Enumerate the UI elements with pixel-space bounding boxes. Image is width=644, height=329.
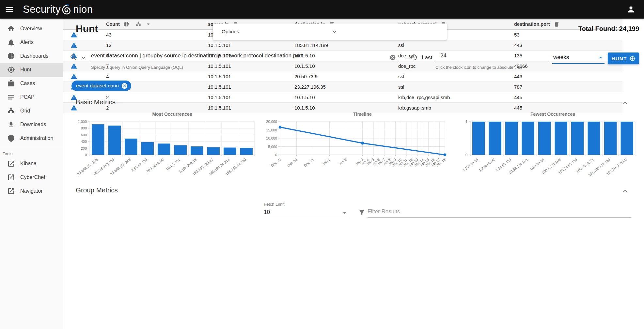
cell-count[interactable]: 2 bbox=[105, 92, 207, 103]
bar[interactable] bbox=[604, 122, 617, 155]
sidebar-item-hunt[interactable]: Hunt bbox=[0, 63, 63, 77]
cell-network-protocol[interactable]: krb,dce_rpc,gssapi,smb bbox=[398, 92, 513, 103]
sidebar-item-cyberchef[interactable]: CyberChef bbox=[0, 171, 63, 184]
cell-destination-port[interactable]: 445 bbox=[513, 92, 622, 103]
logo-text: Security bbox=[23, 4, 61, 15]
bar[interactable] bbox=[588, 122, 600, 155]
bar[interactable] bbox=[141, 142, 154, 155]
sidebar-item-label: Alerts bbox=[20, 39, 34, 45]
menu-icon[interactable] bbox=[5, 4, 14, 15]
cell-network-protocol[interactable]: ssl bbox=[398, 71, 513, 82]
fetch-limit-select[interactable]: 10 bbox=[264, 209, 347, 216]
cell-source-ip[interactable]: 10.1.5.101 bbox=[207, 40, 294, 51]
sidebar-item-pcap[interactable]: PCAP bbox=[0, 90, 63, 104]
row-warning-icon[interactable] bbox=[71, 63, 77, 69]
filter-results-input[interactable] bbox=[368, 207, 631, 218]
cell-network-protocol[interactable]: ssl bbox=[398, 40, 513, 51]
remove-column-trash-icon[interactable] bbox=[554, 21, 560, 27]
cell-network-protocol[interactable]: ssl bbox=[398, 82, 513, 92]
svg-text:0: 0 bbox=[275, 153, 277, 157]
data-point[interactable] bbox=[279, 126, 282, 128]
time-unit-select[interactable]: weeks bbox=[552, 52, 605, 64]
cell-destination-port[interactable]: 787 bbox=[513, 82, 622, 92]
group-by-dropdown-icon[interactable] bbox=[145, 21, 151, 27]
cell-destination-ip[interactable]: 20.50.73.9 bbox=[294, 71, 398, 82]
cell-count[interactable]: 43 bbox=[105, 30, 207, 40]
filter-funnel-icon bbox=[358, 209, 365, 216]
bar[interactable] bbox=[191, 146, 203, 155]
bar[interactable] bbox=[555, 122, 567, 155]
sidebar-item-kibana[interactable]: Kibana bbox=[0, 157, 63, 171]
search-icon bbox=[70, 53, 77, 61]
bar[interactable] bbox=[571, 122, 584, 155]
cell-destination-ip[interactable]: 23.227.196.35 bbox=[294, 82, 398, 92]
sidebar-item-administration[interactable]: Administration bbox=[0, 131, 63, 145]
cell-destination-port[interactable]: 443 bbox=[513, 40, 622, 51]
chart-title: Timeline bbox=[353, 112, 372, 117]
sidebar-item-dashboards[interactable]: Dashboards bbox=[0, 49, 63, 63]
sidebar-item-alerts[interactable]: Alerts bbox=[0, 36, 63, 49]
svg-text:1,000: 1,000 bbox=[78, 120, 87, 124]
sidebar-item-cases[interactable]: Cases bbox=[0, 77, 63, 90]
external-link-icon bbox=[7, 187, 15, 195]
cell-count[interactable]: 13 bbox=[105, 40, 207, 51]
bar[interactable] bbox=[224, 148, 236, 155]
bar[interactable] bbox=[538, 122, 551, 155]
bar[interactable] bbox=[489, 122, 501, 155]
page-title: Hunt bbox=[76, 23, 98, 34]
time-prefix-label: Last bbox=[422, 54, 432, 61]
sidebar-item-navigator[interactable]: Navigator bbox=[0, 184, 63, 198]
table-row: 210.1.5.10123.227.196.35ssl787 bbox=[63, 82, 622, 92]
bar[interactable] bbox=[621, 122, 633, 155]
bar[interactable] bbox=[522, 122, 534, 155]
bar[interactable] bbox=[174, 145, 187, 155]
fetch-limit-underline bbox=[264, 218, 349, 218]
group-metrics-title: Group Metrics bbox=[76, 186, 118, 194]
basic-metrics-collapse-icon[interactable] bbox=[621, 99, 629, 107]
bar[interactable] bbox=[158, 143, 170, 155]
clear-query-icon[interactable] bbox=[389, 54, 396, 61]
cell-source-ip[interactable]: 10.1.5.101 bbox=[207, 71, 294, 82]
cell-destination-ip[interactable]: 10.1.5.10 bbox=[294, 92, 398, 103]
fetch-limit-dropdown-icon[interactable] bbox=[341, 209, 348, 217]
column-header-count: Count bbox=[106, 22, 120, 27]
bar[interactable] bbox=[108, 126, 121, 155]
cell-destination-port[interactable]: 443 bbox=[513, 71, 622, 82]
cell-source-ip[interactable]: 10.1.5.101 bbox=[207, 82, 294, 92]
lan-icon bbox=[7, 107, 15, 115]
briefcase-icon bbox=[7, 80, 15, 87]
sidebar: OverviewAlertsDashboardsHuntCasesPCAPGri… bbox=[0, 19, 63, 329]
remove-filter-icon[interactable] bbox=[121, 82, 128, 89]
sidebar-item-downloads[interactable]: Downloads bbox=[0, 118, 63, 131]
data-point[interactable] bbox=[361, 142, 364, 145]
cell-destination-ip[interactable]: 185.81.114.189 bbox=[294, 40, 398, 51]
data-point[interactable] bbox=[444, 153, 447, 156]
pie-chart-toggle-icon[interactable] bbox=[123, 21, 129, 27]
group-by-graph-icon[interactable] bbox=[135, 21, 141, 27]
filter-chip[interactable]: event.dataset:conn bbox=[71, 81, 131, 91]
group-metrics-collapse-icon[interactable] bbox=[621, 187, 629, 195]
bar[interactable] bbox=[505, 122, 518, 155]
cell-source-ip[interactable]: 10.1.5.101 bbox=[207, 61, 294, 71]
user-icon[interactable] bbox=[626, 5, 636, 14]
duration-input[interactable] bbox=[435, 51, 550, 62]
bar[interactable] bbox=[125, 139, 137, 155]
query-helper-text: Specify a query in Onion Query Language … bbox=[91, 65, 183, 70]
bar[interactable] bbox=[240, 148, 253, 155]
sidebar-item-overview[interactable]: Overview bbox=[0, 22, 63, 36]
cell-count[interactable]: 4 bbox=[105, 71, 207, 82]
sidebar-item-grid[interactable]: Grid bbox=[0, 104, 63, 118]
svg-text:5,000: 5,000 bbox=[268, 145, 277, 149]
cell-source-ip[interactable]: 10.1.5.101 bbox=[207, 92, 294, 103]
cell-destination-ip[interactable]: 10.1.5.10 bbox=[294, 61, 398, 71]
query-history-dropdown-icon[interactable] bbox=[80, 54, 87, 61]
bar[interactable] bbox=[472, 122, 485, 155]
row-warning-icon[interactable] bbox=[71, 73, 77, 80]
query-input[interactable] bbox=[90, 51, 398, 62]
options-panel[interactable]: Options bbox=[213, 23, 447, 40]
bar[interactable] bbox=[92, 124, 104, 155]
relative-time-icon[interactable] bbox=[410, 53, 417, 61]
row-warning-icon[interactable] bbox=[71, 42, 77, 49]
bar[interactable] bbox=[207, 147, 220, 155]
hunt-button[interactable]: HUNT bbox=[608, 52, 639, 64]
